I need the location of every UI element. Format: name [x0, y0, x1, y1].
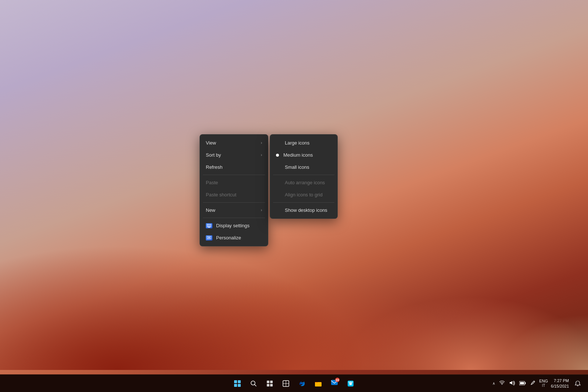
view-large-icons[interactable]: Large icons	[270, 137, 337, 149]
pen-icon[interactable]	[530, 379, 536, 387]
notification-center-button[interactable]	[572, 376, 584, 391]
svg-line-6	[255, 384, 257, 386]
svg-rect-20	[525, 382, 526, 384]
svg-rect-1	[208, 227, 210, 228]
context-menu-view[interactable]: View ›	[200, 137, 268, 149]
language-main: ENG	[539, 379, 548, 384]
edge-icon	[298, 380, 306, 387]
separator-1	[203, 175, 265, 175]
svg-rect-2	[208, 227, 211, 228]
clock-time: 7:27 PM	[551, 378, 569, 383]
view-separator-2	[273, 202, 334, 203]
svg-rect-0	[207, 224, 211, 227]
auto-arrange-label: Auto arrange icons	[285, 180, 325, 185]
search-icon	[250, 380, 257, 387]
store-button[interactable]	[343, 376, 358, 391]
view-label: View	[206, 140, 216, 146]
svg-rect-9	[267, 384, 269, 386]
context-menu-paste-shortcut: Paste shortcut	[200, 189, 268, 201]
display-settings-label: Display settings	[216, 223, 250, 228]
display-settings-icon	[206, 223, 212, 228]
notification-icon	[575, 381, 581, 386]
separator-2	[203, 202, 265, 203]
personalize-icon	[206, 235, 212, 240]
network-icon[interactable]	[499, 379, 505, 387]
clock-date: 6/15/2021	[551, 384, 569, 389]
align-grid-label: Align icons to grid	[285, 192, 323, 197]
view-submenu-panel: Large icons Medium icons Small icons Aut…	[270, 134, 338, 219]
paste-shortcut-label: Paste shortcut	[206, 192, 236, 197]
widgets-button[interactable]	[279, 376, 293, 391]
taskbar-right: ∧	[492, 376, 588, 391]
svg-rect-7	[267, 381, 269, 383]
medium-icons-label: Medium icons	[283, 152, 313, 158]
view-chevron-icon: ›	[261, 141, 262, 145]
taskbar: 33	[0, 374, 588, 392]
tray-expand-button[interactable]: ∧	[492, 381, 496, 386]
svg-rect-19	[520, 382, 524, 384]
language-indicator[interactable]: ENG IT	[539, 379, 548, 388]
view-show-desktop-icons[interactable]: Show desktop icons	[270, 204, 337, 216]
view-auto-arrange: Auto arrange icons	[270, 177, 337, 189]
taskbar-center: 33	[230, 376, 358, 391]
edge-button[interactable]	[295, 376, 309, 391]
context-menu-new[interactable]: New ›	[200, 204, 268, 216]
file-explorer-icon	[315, 380, 322, 387]
context-menu-personalize[interactable]: Personalize	[200, 232, 268, 244]
svg-rect-8	[270, 381, 273, 383]
view-separator-1	[273, 175, 334, 175]
context-menu-sort-by[interactable]: Sort by ›	[200, 149, 268, 161]
battery-icon[interactable]	[519, 380, 527, 387]
main-context-menu-panel: View › Sort by › Refresh Paste Paste sho…	[200, 134, 268, 246]
mail-badge: 33	[335, 378, 340, 382]
small-icons-label: Small icons	[285, 164, 309, 170]
svg-rect-15	[315, 382, 318, 383]
view-medium-icons[interactable]: Medium icons	[270, 149, 337, 161]
svg-point-4	[208, 237, 210, 238]
context-menu-paste: Paste	[200, 177, 268, 189]
svg-rect-10	[270, 384, 273, 386]
mail-icon-wrapper: 33	[331, 379, 338, 388]
medium-icons-radio	[276, 154, 279, 157]
view-align-grid: Align icons to grid	[270, 189, 337, 201]
clock[interactable]: 7:27 PM 6/15/2021	[551, 378, 569, 389]
context-menu: View › Sort by › Refresh Paste Paste sho…	[200, 134, 338, 246]
mail-button[interactable]: 33	[327, 376, 342, 391]
context-menu-refresh[interactable]: Refresh	[200, 161, 268, 173]
new-chevron-icon: ›	[261, 208, 262, 212]
store-icon	[347, 380, 354, 387]
paste-label: Paste	[206, 180, 218, 185]
personalize-left: Personalize	[206, 235, 241, 240]
refresh-label: Refresh	[206, 164, 223, 170]
show-desktop-icons-label: Show desktop icons	[285, 207, 327, 213]
personalize-label: Personalize	[216, 235, 241, 240]
context-menu-display-settings[interactable]: Display settings	[200, 220, 268, 232]
task-view-button[interactable]	[262, 376, 277, 391]
separator-3	[203, 218, 265, 218]
large-icons-label: Large icons	[285, 140, 309, 146]
desktop: View › Sort by › Refresh Paste Paste sho…	[0, 0, 588, 392]
windows-logo-icon	[234, 380, 241, 387]
task-view-icon	[266, 380, 273, 387]
new-label: New	[206, 207, 215, 213]
language-sub: IT	[539, 384, 548, 388]
sort-by-label: Sort by	[206, 152, 221, 158]
view-small-icons[interactable]: Small icons	[270, 161, 337, 173]
search-button[interactable]	[246, 376, 261, 391]
widgets-icon	[283, 380, 289, 387]
file-explorer-button[interactable]	[311, 376, 326, 391]
volume-icon[interactable]	[508, 379, 516, 387]
display-settings-left: Display settings	[206, 223, 250, 228]
start-button[interactable]	[230, 376, 245, 391]
sort-chevron-icon: ›	[261, 153, 262, 157]
